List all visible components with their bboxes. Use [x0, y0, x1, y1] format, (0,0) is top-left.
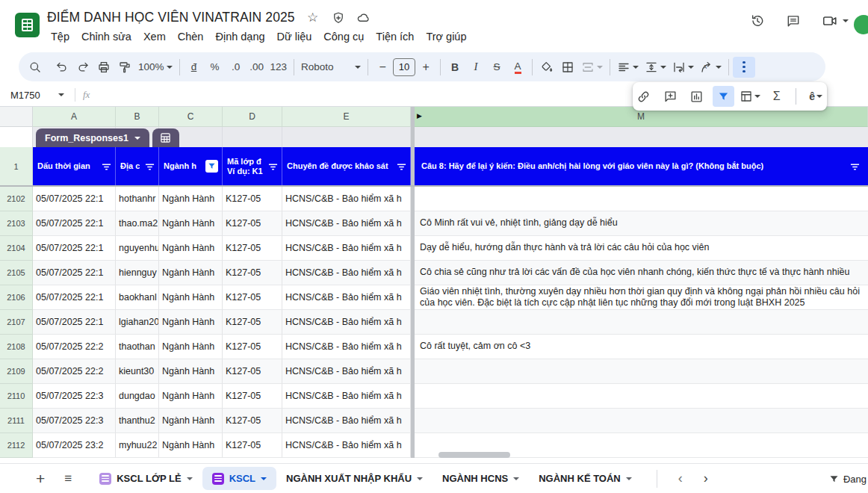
sheet-tab-caret[interactable]: [513, 477, 519, 480]
add-sheet-button[interactable]: +: [36, 470, 45, 488]
row-header[interactable]: 2110: [0, 384, 33, 409]
row-header[interactable]: 2106: [0, 285, 33, 310]
cell-timestamp[interactable]: 05/07/2025 22:3: [33, 409, 116, 433]
cell-timestamp[interactable]: 05/07/2025 22:3: [33, 384, 116, 409]
version-history-icon[interactable]: [750, 13, 765, 28]
paint-format-button[interactable]: [114, 57, 135, 78]
sheet-tab-kscl[interactable]: KSCL: [202, 467, 276, 490]
cell-cau8-comment[interactable]: Cô Minh rất vui vẻ, nhiệt tình, giảng dạ…: [415, 211, 868, 236]
cell-cau8-comment[interactable]: [415, 310, 868, 335]
cell-chuyende[interactable]: HCNS/C&B - Bảo hiểm xã h: [282, 384, 411, 409]
cell-malop[interactable]: K127-05: [223, 409, 282, 433]
sheet-tab-ngành-hcns[interactable]: NGÀNH HCNS: [433, 467, 529, 490]
search-icon[interactable]: [25, 57, 46, 78]
cell-chuyende[interactable]: HCNS/C&B - Bảo hiểm xã h: [282, 409, 411, 433]
decrease-decimals-button[interactable]: .0: [226, 57, 247, 78]
comments-icon[interactable]: [786, 13, 801, 28]
cell-malop[interactable]: K127-05: [223, 384, 282, 409]
cell-timestamp[interactable]: 05/07/2025 22:2: [33, 359, 116, 384]
text-color-button[interactable]: A: [507, 57, 528, 78]
bold-button[interactable]: B: [444, 57, 465, 78]
active-filter-icon[interactable]: [205, 160, 218, 173]
document-status-cloud-icon[interactable]: [356, 10, 371, 25]
menu-extensions[interactable]: Tiện ích: [370, 28, 420, 45]
column-header-e[interactable]: E: [282, 107, 411, 127]
cell-timestamp[interactable]: 05/07/2025 22:2: [33, 335, 116, 359]
row-header-1[interactable]: 1: [0, 147, 33, 185]
sheet-tab-caret[interactable]: [187, 477, 193, 480]
cell-nganh[interactable]: Ngành Hành: [159, 310, 223, 335]
cell-timestamp[interactable]: 05/07/2025 22:1: [33, 285, 116, 310]
print-button[interactable]: [93, 57, 114, 78]
filter-status[interactable]: Đang: [828, 464, 868, 493]
star-icon[interactable]: ☆: [306, 10, 320, 25]
vertical-align-button[interactable]: [642, 57, 669, 78]
input-tools-button[interactable]: ê: [805, 86, 827, 107]
strikethrough-button[interactable]: S: [486, 57, 507, 78]
name-box[interactable]: M1750: [0, 90, 64, 101]
sheets-logo-icon[interactable]: [15, 13, 40, 37]
menu-edit[interactable]: Chỉnh sửa: [75, 28, 137, 45]
cell-malop[interactable]: K127-05: [223, 285, 282, 310]
row-header[interactable]: 2111: [0, 409, 33, 433]
cell-chuyende[interactable]: HCNS/C&B - Bảo hiểm xã h: [282, 310, 411, 335]
cell-timestamp[interactable]: 05/07/2025 22:1: [33, 310, 116, 335]
increase-decimals-button[interactable]: .00: [247, 57, 267, 78]
row-header[interactable]: 2112: [0, 433, 33, 458]
sheet-tab-ngành-xuất-nhập-khẩu[interactable]: NGÀNH XUẤT NHẬP KHẨU: [276, 467, 433, 490]
cell-email[interactable]: hothanhr: [116, 187, 159, 211]
cell-chuyende[interactable]: HCNS/C&B - Bảo hiểm xã h: [282, 359, 411, 384]
meet-camera-icon[interactable]: [822, 13, 849, 28]
redo-button[interactable]: [72, 57, 93, 78]
cell-malop[interactable]: K127-05: [223, 335, 282, 359]
functions-button[interactable]: Σ: [766, 86, 788, 107]
insert-chart-icon[interactable]: [686, 86, 708, 107]
row-header[interactable]: 2102: [0, 187, 33, 211]
cell-email[interactable]: myhuu22: [116, 433, 159, 458]
cell-email[interactable]: dungdao: [116, 384, 159, 409]
row-header[interactable]: 2108: [0, 335, 33, 359]
menu-insert[interactable]: Chèn: [172, 28, 210, 45]
cell-nganh[interactable]: Ngành Hành: [159, 409, 223, 433]
row-header[interactable]: 2103: [0, 211, 33, 236]
text-rotation-button[interactable]: A: [697, 57, 725, 78]
meet-dropdown-caret[interactable]: [843, 19, 849, 22]
horizontal-align-button[interactable]: [614, 57, 642, 78]
row-header[interactable]: 2104: [0, 236, 33, 261]
account-avatar[interactable]: [854, 15, 868, 34]
menu-tools[interactable]: Công cụ: [317, 28, 370, 45]
document-title[interactable]: ĐIỂM DANH HỌC VIÊN VINATRAIN 2025: [47, 10, 295, 25]
decrease-font-size-button[interactable]: −: [372, 57, 393, 78]
table-chip-caret[interactable]: [134, 137, 140, 140]
cell-email[interactable]: hiennguy: [116, 261, 159, 285]
cell-chuyende[interactable]: HCNS/C&B - Bảo hiểm xã h: [282, 236, 411, 261]
column-header-c[interactable]: C: [159, 107, 223, 127]
cell-timestamp[interactable]: 05/07/2025 22:1: [33, 236, 116, 261]
hidden-columns-marker[interactable]: ▶: [417, 112, 422, 120]
cell-chuyende[interactable]: HCNS/C&B - Bảo hiểm xã h: [282, 211, 411, 236]
menu-help[interactable]: Trợ giúp: [420, 28, 472, 45]
cell-nganh[interactable]: Ngành Hành: [159, 261, 223, 285]
italic-button[interactable]: I: [465, 57, 486, 78]
cell-nganh[interactable]: Ngành Hành: [159, 236, 223, 261]
create-filter-button[interactable]: [713, 86, 735, 107]
row-header[interactable]: 2107: [0, 310, 33, 335]
approvals-icon[interactable]: [331, 10, 346, 25]
insert-link-icon[interactable]: [633, 86, 655, 107]
sheet-tab-caret[interactable]: [626, 477, 632, 480]
cell-nganh[interactable]: Ngành Hành: [159, 335, 223, 359]
header-cell-cau8[interactable]: Câu 8: Hãy để lại ý kiến: Điều anh/chị h…: [415, 147, 868, 185]
horizontal-scrollbar[interactable]: [438, 452, 510, 458]
sheet-tab-caret[interactable]: [261, 477, 267, 480]
cell-chuyende[interactable]: HCNS/C&B - Bảo hiểm xã h: [282, 261, 411, 285]
cell-nganh[interactable]: Ngành Hành: [159, 285, 223, 310]
cell-email[interactable]: thaothan: [116, 335, 159, 359]
cell-malop[interactable]: K127-05: [223, 236, 282, 261]
cell-malop[interactable]: K127-05: [223, 359, 282, 384]
more-toolbar-button[interactable]: [733, 57, 755, 78]
cell-cau8-comment[interactable]: Dạy dễ hiểu, hướng dẫn thực hành và trả …: [415, 236, 868, 261]
zoom-select[interactable]: 100%: [135, 57, 176, 78]
font-select[interactable]: Roboto: [298, 57, 364, 78]
column-header-b[interactable]: B: [116, 107, 159, 127]
cell-nganh[interactable]: Ngành Hành: [159, 433, 223, 458]
